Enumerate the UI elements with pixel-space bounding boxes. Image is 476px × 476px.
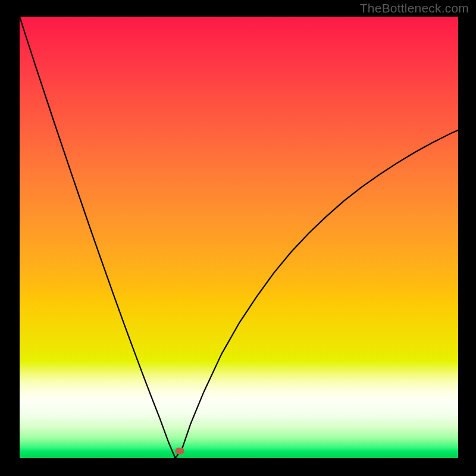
optimal-point-marker	[176, 448, 184, 455]
watermark-text: TheBottleneck.com	[360, 1, 469, 15]
plot-area	[20, 17, 458, 458]
bottleneck-curve	[20, 17, 458, 458]
